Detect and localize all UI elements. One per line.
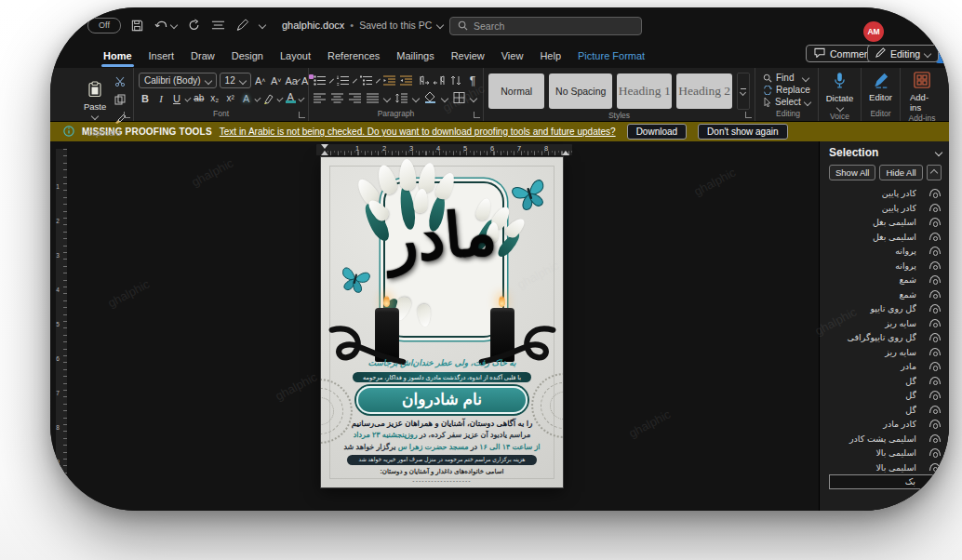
- right-indent-marker[interactable]: [562, 151, 569, 155]
- align-left-button[interactable]: [314, 90, 326, 107]
- tab-design[interactable]: Design: [223, 43, 272, 68]
- cut-button[interactable]: [114, 73, 126, 90]
- dictate-button[interactable]: Dictate: [823, 72, 856, 111]
- style-no-spacing[interactable]: No Spacing: [549, 73, 612, 109]
- decrease-indent-button[interactable]: [383, 73, 395, 89]
- selection-pane-chevron-icon[interactable]: [935, 149, 942, 156]
- editing-mode-button[interactable]: Editing: [867, 45, 939, 62]
- tab-help[interactable]: Help: [531, 43, 569, 68]
- style-heading1[interactable]: Heading 1: [617, 73, 672, 109]
- strikethrough-button[interactable]: ab: [193, 91, 206, 106]
- avatar[interactable]: AM: [863, 21, 884, 42]
- ltr-direction-button[interactable]: [417, 73, 429, 89]
- shading-chevron-icon[interactable]: [441, 94, 448, 101]
- eye-icon[interactable]: [929, 318, 942, 328]
- eye-icon[interactable]: [929, 347, 942, 357]
- layer-row[interactable]: اسلیمی بغل: [829, 230, 942, 245]
- layer-row[interactable]: کادر مادر: [829, 417, 942, 432]
- font-dialog-launcher[interactable]: [299, 112, 305, 118]
- layer-row[interactable]: گل: [829, 374, 942, 389]
- italic-button[interactable]: I: [154, 91, 167, 106]
- bullet-chevron-icon[interactable]: [329, 78, 334, 83]
- tab-home[interactable]: Home: [95, 43, 140, 68]
- qat-more-chevron-icon[interactable]: [259, 21, 266, 29]
- layer-row[interactable]: اسلیمی بغل: [829, 215, 942, 230]
- layer-row[interactable]: مادر: [829, 359, 942, 374]
- paste-button[interactable]: Paste: [79, 72, 111, 127]
- save-icon[interactable]: [130, 19, 144, 33]
- align-right-button[interactable]: [349, 90, 361, 107]
- layer-row[interactable]: گل روی تایپوگرافی: [829, 330, 942, 345]
- text-effects-chevron-icon[interactable]: [254, 95, 261, 101]
- borders-button[interactable]: [453, 90, 465, 107]
- align-center-button[interactable]: [331, 90, 343, 107]
- warning-message-link[interactable]: Text in Arabic is not being checked. Do …: [220, 127, 616, 137]
- find-button[interactable]: Find: [763, 72, 813, 84]
- justify-chevron-icon[interactable]: [383, 94, 391, 101]
- eye-icon[interactable]: [929, 188, 942, 198]
- pilcrow-button[interactable]: ¶: [466, 73, 479, 88]
- grow-font-button[interactable]: A˄: [254, 73, 267, 88]
- eye-icon[interactable]: [929, 433, 942, 444]
- editor-button[interactable]: Editor: [866, 72, 895, 102]
- layer-row-selected[interactable]: بک: [829, 474, 942, 489]
- eye-icon[interactable]: [929, 361, 942, 371]
- tab-review[interactable]: Review: [443, 43, 493, 68]
- eye-icon[interactable]: [929, 462, 942, 473]
- horizontal-ruler[interactable]: 1 2 3 4 5 6 7 8: [316, 144, 572, 155]
- document-canvas[interactable]: 1 2 3 4 5 6 7 8: [70, 141, 819, 511]
- autosave-toggle[interactable]: Off: [87, 18, 121, 33]
- eye-icon[interactable]: [929, 232, 942, 242]
- eye-icon[interactable]: [929, 332, 942, 342]
- layer-row[interactable]: سایه ریز: [829, 345, 942, 360]
- font-color-button[interactable]: A: [284, 91, 297, 106]
- layer-row[interactable]: اسلیمی بالا: [829, 446, 942, 460]
- highlight-button[interactable]: [262, 91, 275, 106]
- draw-pen-icon[interactable]: [235, 19, 249, 32]
- styles-dialog-launcher[interactable]: [745, 112, 752, 118]
- eye-icon[interactable]: [929, 376, 942, 386]
- download-button[interactable]: Download: [627, 124, 687, 140]
- tab-layout[interactable]: Layout: [272, 43, 319, 68]
- borders-chevron-icon[interactable]: [470, 94, 477, 101]
- clipboard-dialog-launcher[interactable]: [124, 112, 130, 118]
- layer-row[interactable]: پروانه: [829, 259, 942, 273]
- copy-button[interactable]: [114, 92, 126, 109]
- increase-indent-button[interactable]: [400, 73, 412, 89]
- font-color-chevron-icon[interactable]: [299, 95, 305, 101]
- eye-icon[interactable]: [929, 390, 942, 400]
- redo-button[interactable]: [187, 19, 201, 32]
- change-case-button[interactable]: Aa: [286, 73, 299, 88]
- tab-view[interactable]: View: [493, 43, 532, 68]
- multilevel-chevron-icon[interactable]: [376, 78, 381, 83]
- select-button[interactable]: Select: [763, 96, 813, 108]
- layer-row[interactable]: گل روی تایپو: [829, 301, 942, 316]
- layer-row[interactable]: شمع: [829, 287, 942, 302]
- tab-references[interactable]: References: [319, 43, 388, 68]
- numbered-list-button[interactable]: [337, 73, 350, 89]
- tab-draw[interactable]: Draw: [182, 43, 223, 68]
- layer-row[interactable]: گل: [829, 388, 942, 403]
- underline-chevron-icon[interactable]: [184, 95, 191, 101]
- search-box[interactable]: Search: [449, 17, 642, 35]
- line-spacing-chevron-icon[interactable]: [412, 94, 420, 101]
- first-line-indent-marker[interactable]: [321, 144, 328, 149]
- shading-button[interactable]: [424, 90, 436, 107]
- hanging-indent-marker[interactable]: [321, 151, 328, 155]
- layer-row[interactable]: شمع: [829, 273, 942, 287]
- underline-button[interactable]: U: [170, 91, 183, 106]
- eye-icon[interactable]: [929, 289, 942, 300]
- eye-icon[interactable]: [929, 203, 942, 213]
- poster-page[interactable]: مادر به خاک رفت، ولی عطر خندان‌اش برجاست…: [321, 157, 563, 487]
- layer-row[interactable]: گل: [829, 403, 942, 418]
- rtl-direction-button[interactable]: [434, 73, 446, 89]
- style-heading2[interactable]: Heading 2: [676, 73, 731, 109]
- text-effects-button[interactable]: A: [240, 91, 253, 106]
- line-spacing-button[interactable]: [395, 90, 408, 107]
- font-name-combo[interactable]: Calibri (Body): [139, 73, 217, 88]
- layer-row[interactable]: کادر پایین: [829, 186, 942, 201]
- eye-icon[interactable]: [929, 419, 942, 429]
- tab-mailings[interactable]: Mailings: [388, 43, 442, 68]
- layer-row[interactable]: کادر پایین: [829, 201, 942, 216]
- superscript-button[interactable]: x²: [224, 91, 237, 106]
